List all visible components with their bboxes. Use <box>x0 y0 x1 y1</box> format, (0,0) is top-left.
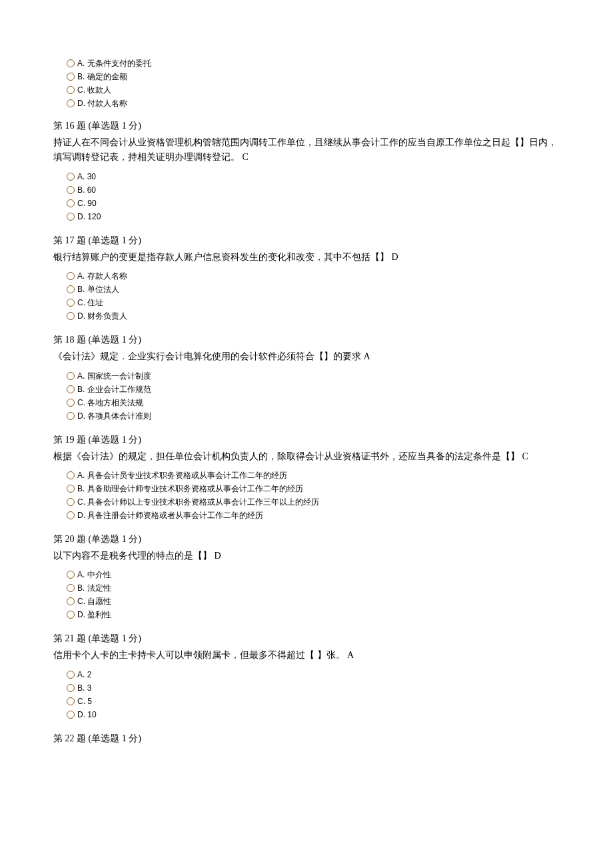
radio-icon[interactable] <box>67 399 75 407</box>
option-label: A. 2 <box>77 669 91 681</box>
option-row[interactable]: A. 无条件支付的委托 <box>67 57 560 69</box>
question-options: A. 具备会计员专业技术职务资格或从事会计工作二年的经历 B. 具备助理会计师专… <box>53 469 560 521</box>
radio-icon[interactable] <box>67 711 75 719</box>
option-row[interactable]: A. 中介性 <box>67 569 560 581</box>
option-row[interactable]: C. 5 <box>67 695 560 707</box>
option-row[interactable]: C. 具备会计师以上专业技术职务资格或从事会计工作三年以上的经历 <box>67 496 560 508</box>
option-label: A. 中介性 <box>77 569 111 581</box>
option-row[interactable]: A. 存款人名称 <box>67 270 560 282</box>
option-label: D. 120 <box>77 211 101 223</box>
question-options: A. 2 B. 3 C. 5 D. 10 <box>53 669 560 721</box>
question-17: 第 17 题 (单选题 1 分) 银行结算账户的变更是指存款人账户信息资科发生的… <box>53 233 560 322</box>
option-row[interactable]: C. 各地方相关法规 <box>67 397 560 409</box>
question-text: 根据《会计法》的规定，担任单位会计机构负责人的，除取得会计从业资格证书外，还应当… <box>53 449 560 464</box>
option-row[interactable]: D. 120 <box>67 211 560 223</box>
option-label: B. 60 <box>77 184 96 196</box>
question-options: A. 30 B. 60 C. 90 D. 120 <box>53 171 560 223</box>
radio-icon[interactable] <box>67 385 75 393</box>
radio-icon[interactable] <box>67 312 75 320</box>
option-label: A. 无条件支付的委托 <box>77 57 151 69</box>
question-text: 以下内容不是税务代理的特点的是【】 D <box>53 549 560 563</box>
question-header: 第 21 题 (单选题 1 分) <box>53 631 560 645</box>
radio-icon[interactable] <box>67 199 75 207</box>
option-label: B. 法定性 <box>77 582 111 594</box>
radio-icon[interactable] <box>67 511 75 519</box>
radio-icon[interactable] <box>67 186 75 194</box>
option-row[interactable]: B. 企业会计工作规范 <box>67 383 560 395</box>
question-22: 第 22 题 (单选题 1 分) <box>53 731 560 745</box>
option-label: C. 具备会计师以上专业技术职务资格或从事会计工作三年以上的经历 <box>77 496 319 508</box>
radio-icon[interactable] <box>67 597 75 605</box>
q15-options: A. 无条件支付的委托 B. 确定的金额 C. 收款人 D. 付款人名称 <box>53 57 560 109</box>
radio-icon[interactable] <box>67 173 75 181</box>
question-options: A. 存款人名称 B. 单位法人 C. 住址 D. 财务负责人 <box>53 270 560 322</box>
question-header: 第 19 题 (单选题 1 分) <box>53 433 560 447</box>
option-label: D. 盈利性 <box>77 609 111 621</box>
question-header: 第 17 题 (单选题 1 分) <box>53 233 560 247</box>
radio-icon[interactable] <box>67 272 75 280</box>
option-row[interactable]: A. 30 <box>67 171 560 183</box>
option-row[interactable]: B. 确定的金额 <box>67 71 560 83</box>
option-label: B. 企业会计工作规范 <box>77 383 151 395</box>
option-row[interactable]: D. 盈利性 <box>67 609 560 621</box>
option-label: C. 住址 <box>77 297 103 309</box>
option-row[interactable]: D. 财务负责人 <box>67 310 560 322</box>
option-row[interactable]: D. 10 <box>67 709 560 721</box>
option-row[interactable]: D. 付款人名称 <box>67 97 560 109</box>
option-row[interactable]: B. 法定性 <box>67 582 560 594</box>
option-row[interactable]: C. 90 <box>67 197 560 209</box>
option-row[interactable]: C. 收款人 <box>67 84 560 96</box>
question-21: 第 21 题 (单选题 1 分) 信用卡个人卡的主卡持卡人可以申领附属卡，但最多… <box>53 631 560 720</box>
question-header: 第 22 题 (单选题 1 分) <box>53 731 560 745</box>
option-row[interactable]: D. 具备注册会计师资格或者从事会计工作二年的经历 <box>67 509 560 521</box>
question-text: 《会计法》规定．企业实行会计电算化使用的会计软件必须符合【】的要求 A <box>53 349 560 364</box>
radio-icon[interactable] <box>67 86 75 94</box>
option-label: C. 90 <box>77 197 97 209</box>
radio-icon[interactable] <box>67 671 75 679</box>
option-row[interactable]: A. 国家统一会计制度 <box>67 370 560 382</box>
option-row[interactable]: B. 3 <box>67 682 560 694</box>
option-row[interactable]: B. 单位法人 <box>67 283 560 295</box>
radio-icon[interactable] <box>67 485 75 493</box>
radio-icon[interactable] <box>67 697 75 705</box>
option-label: B. 单位法人 <box>77 283 119 295</box>
radio-icon[interactable] <box>67 73 75 81</box>
radio-icon[interactable] <box>67 412 75 420</box>
radio-icon[interactable] <box>67 99 75 107</box>
option-label: C. 5 <box>77 695 92 707</box>
radio-icon[interactable] <box>67 59 75 67</box>
question-header: 第 18 题 (单选题 1 分) <box>53 333 560 347</box>
radio-icon[interactable] <box>67 684 75 692</box>
radio-icon[interactable] <box>67 571 75 579</box>
option-label: A. 具备会计员专业技术职务资格或从事会计工作二年的经历 <box>77 469 287 481</box>
radio-icon[interactable] <box>67 471 75 479</box>
question-18: 第 18 题 (单选题 1 分) 《会计法》规定．企业实行会计电算化使用的会计软… <box>53 333 560 421</box>
option-row[interactable]: A. 2 <box>67 669 560 681</box>
question-16: 第 16 题 (单选题 1 分) 持证人在不同会计从业资格管理机构管辖范围内调转… <box>53 119 560 223</box>
option-label: D. 10 <box>77 709 97 721</box>
option-row[interactable]: C. 住址 <box>67 297 560 309</box>
option-label: D. 财务负责人 <box>77 310 127 322</box>
radio-icon[interactable] <box>67 584 75 592</box>
radio-icon[interactable] <box>67 285 75 293</box>
radio-icon[interactable] <box>67 213 75 221</box>
radio-icon[interactable] <box>67 498 75 506</box>
option-row[interactable]: B. 具备助理会计师专业技术职务资格或从事会计工作二年的经历 <box>67 483 560 495</box>
question-options: A. 国家统一会计制度 B. 企业会计工作规范 C. 各地方相关法规 D. 各项… <box>53 370 560 422</box>
option-label: C. 自愿性 <box>77 595 111 607</box>
radio-icon[interactable] <box>67 372 75 380</box>
option-label: C. 收款人 <box>77 84 111 96</box>
question-header: 第 16 题 (单选题 1 分) <box>53 119 560 133</box>
option-label: A. 存款人名称 <box>77 270 127 282</box>
option-label: D. 各项具体会计准则 <box>77 410 151 422</box>
radio-icon[interactable] <box>67 611 75 619</box>
option-label: D. 具备注册会计师资格或者从事会计工作二年的经历 <box>77 509 263 521</box>
option-label: A. 30 <box>77 171 96 183</box>
option-row[interactable]: A. 具备会计员专业技术职务资格或从事会计工作二年的经历 <box>67 469 560 481</box>
question-20: 第 20 题 (单选题 1 分) 以下内容不是税务代理的特点的是【】 D A. … <box>53 532 560 621</box>
option-label: B. 3 <box>77 682 91 694</box>
radio-icon[interactable] <box>67 299 75 307</box>
option-row[interactable]: D. 各项具体会计准则 <box>67 410 560 422</box>
option-row[interactable]: B. 60 <box>67 184 560 196</box>
option-row[interactable]: C. 自愿性 <box>67 595 560 607</box>
